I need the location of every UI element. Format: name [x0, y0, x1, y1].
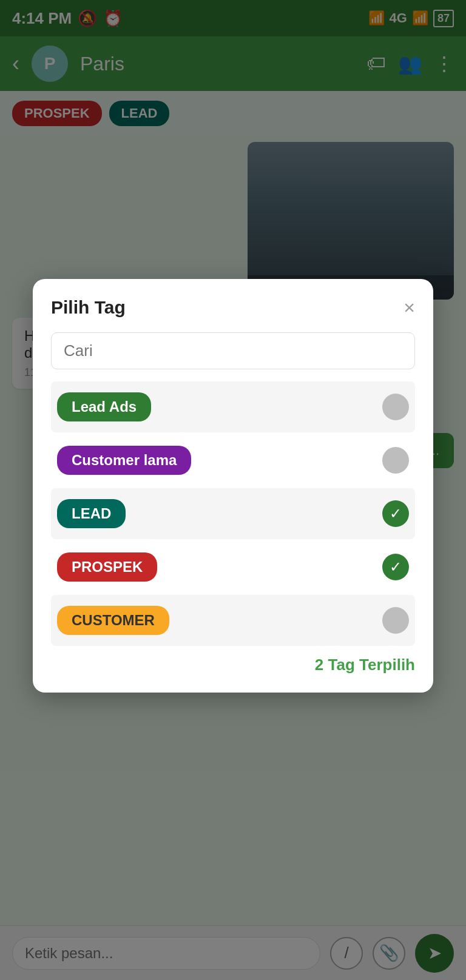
tag-label-lead-ads: Lead Ads [57, 392, 151, 421]
search-wrapper [51, 332, 415, 369]
modal-header: Pilih Tag × [51, 297, 415, 318]
tag-list-item[interactable]: PROSPEK ✓ [51, 542, 415, 592]
tag-toggle-customer-lama[interactable] [382, 447, 409, 474]
modal-title: Pilih Tag [51, 297, 126, 318]
tag-list-item[interactable]: LEAD ✓ [51, 488, 415, 539]
tag-label-customer: CUSTOMER [57, 606, 169, 635]
tag-list: Lead Ads Customer lama LEAD ✓ PROSPEK ✓ … [51, 381, 415, 646]
tag-toggle-lead[interactable]: ✓ [382, 500, 409, 527]
tag-toggle-lead-ads[interactable] [382, 394, 409, 420]
modal-close-button[interactable]: × [404, 298, 415, 317]
tag-list-item[interactable]: CUSTOMER [51, 595, 415, 646]
tag-toggle-prospek[interactable]: ✓ [382, 554, 409, 580]
tag-label-prospek: PROSPEK [57, 552, 157, 582]
modal-footer: 2 Tag Terpilih [51, 656, 415, 674]
tag-label-customer-lama: Customer lama [57, 446, 191, 475]
tag-list-item[interactable]: Customer lama [51, 435, 415, 486]
search-input[interactable] [64, 341, 402, 360]
tag-list-item[interactable]: Lead Ads [51, 381, 415, 432]
tag-picker-modal: Pilih Tag × Lead Ads Customer lama LEAD … [33, 279, 433, 693]
tag-toggle-customer[interactable] [382, 607, 409, 634]
selected-count: 2 Tag Terpilih [315, 656, 415, 674]
tag-label-lead: LEAD [57, 499, 126, 528]
modal-overlay[interactable]: Pilih Tag × Lead Ads Customer lama LEAD … [0, 0, 466, 980]
